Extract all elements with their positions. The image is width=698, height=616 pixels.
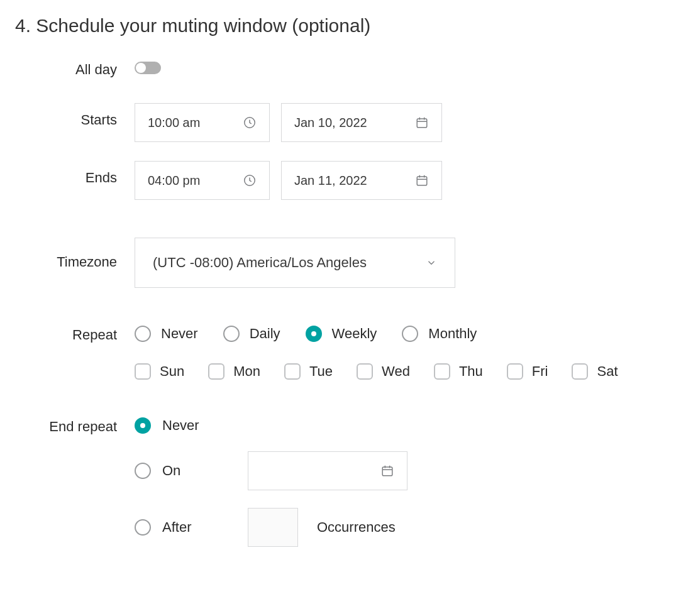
label-repeat: Repeat (15, 326, 135, 343)
repeat-option-monthly[interactable]: Monthly (402, 326, 477, 342)
repeat-option-label: Daily (250, 326, 280, 342)
ends-date-value: Jan 11, 2022 (294, 173, 367, 188)
day-label: Mon (233, 363, 260, 380)
repeat-option-daily[interactable]: Daily (223, 326, 280, 342)
calendar-icon (415, 173, 429, 187)
day-option-sun[interactable]: Sun (135, 363, 184, 380)
day-option-wed[interactable]: Wed (357, 363, 410, 380)
repeat-option-label: Never (161, 326, 198, 342)
timezone-select[interactable]: (UTC -08:00) America/Los Angeles (135, 238, 455, 288)
label-all-day: All day (15, 62, 135, 78)
end-repeat-option-on[interactable]: On (135, 451, 683, 490)
ends-time-value: 04:00 pm (148, 173, 200, 188)
checkbox-icon (434, 363, 450, 380)
row-end-repeat: End repeat Never On After Occurrences (15, 417, 683, 547)
checkbox-icon (135, 363, 151, 380)
end-repeat-option-after[interactable]: After Occurrences (135, 508, 683, 547)
occurrences-label: Occurrences (317, 519, 396, 536)
label-timezone: Timezone (15, 238, 135, 270)
end-repeat-option-never[interactable]: Never (135, 417, 683, 434)
day-label: Fri (532, 363, 548, 380)
repeat-option-label: Weekly (332, 326, 377, 342)
repeat-option-label: Monthly (428, 326, 477, 342)
radio-icon (306, 326, 322, 342)
starts-time-input[interactable]: 10:00 am (135, 103, 270, 142)
calendar-icon (380, 464, 394, 478)
repeat-radio-group: Never Daily Weekly Monthly (135, 326, 477, 342)
radio-icon (135, 417, 151, 434)
row-starts: Starts 10:00 am Jan 10, 2022 (15, 103, 683, 142)
all-day-toggle[interactable] (135, 62, 161, 74)
checkbox-icon (284, 363, 301, 380)
end-repeat-label: Never (162, 417, 199, 434)
svg-rect-3 (417, 177, 427, 185)
starts-date-value: Jan 10, 2022 (294, 116, 367, 130)
row-ends: Ends 04:00 pm Jan 11, 2022 (15, 161, 683, 200)
repeat-days-group: Sun Mon Tue Wed Thu Fri (135, 363, 618, 380)
day-label: Sun (160, 363, 184, 380)
day-label: Tue (309, 363, 333, 380)
day-option-tue[interactable]: Tue (284, 363, 333, 380)
radio-icon (135, 519, 151, 536)
radio-icon (402, 326, 418, 342)
toggle-knob (136, 63, 146, 73)
section-heading: 4. Schedule your muting window (optional… (15, 15, 683, 36)
end-repeat-label: On (162, 463, 200, 479)
row-all-day: All day (15, 62, 683, 78)
day-label: Wed (382, 363, 410, 380)
label-starts: Starts (15, 103, 135, 128)
ends-time-input[interactable]: 04:00 pm (135, 161, 270, 200)
day-option-thu[interactable]: Thu (434, 363, 483, 380)
checkbox-icon (357, 363, 373, 380)
checkbox-icon (507, 363, 523, 380)
calendar-icon (415, 116, 429, 129)
svg-rect-4 (382, 467, 392, 476)
row-timezone: Timezone (UTC -08:00) America/Los Angele… (15, 238, 683, 288)
starts-date-input[interactable]: Jan 10, 2022 (281, 103, 442, 142)
timezone-value: (UTC -08:00) America/Los Angeles (153, 255, 367, 271)
day-option-sat[interactable]: Sat (572, 363, 618, 380)
end-repeat-after-count-input[interactable] (248, 508, 298, 547)
ends-date-input[interactable]: Jan 11, 2022 (281, 161, 442, 200)
day-label: Sat (597, 363, 618, 380)
repeat-option-never[interactable]: Never (135, 326, 198, 342)
svg-rect-1 (417, 119, 427, 128)
clock-icon (243, 173, 257, 187)
day-option-mon[interactable]: Mon (208, 363, 260, 380)
row-repeat: Repeat Never Daily Weekly Monthly (15, 326, 683, 380)
chevron-down-icon (426, 257, 437, 268)
checkbox-icon (208, 363, 224, 380)
checkbox-icon (572, 363, 588, 380)
day-label: Thu (459, 363, 483, 380)
clock-icon (243, 116, 257, 129)
radio-icon (223, 326, 240, 342)
day-option-fri[interactable]: Fri (507, 363, 548, 380)
end-repeat-label: After (162, 519, 200, 536)
end-repeat-on-date-input[interactable] (248, 451, 407, 490)
starts-time-value: 10:00 am (148, 116, 200, 130)
radio-icon (135, 463, 151, 479)
repeat-option-weekly[interactable]: Weekly (306, 326, 377, 342)
label-end-repeat: End repeat (15, 417, 135, 435)
radio-icon (135, 326, 151, 342)
label-ends: Ends (15, 161, 135, 186)
